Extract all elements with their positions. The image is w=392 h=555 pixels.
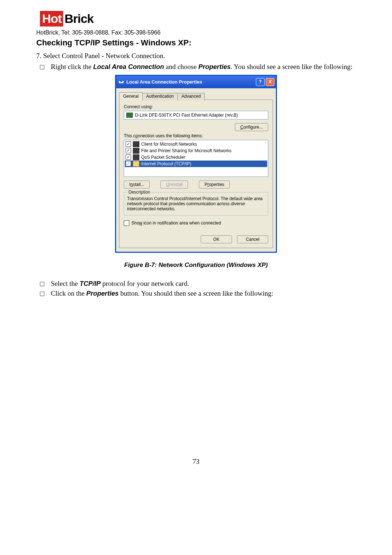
adapter-field[interactable]: D-Link DFE-530TX PCI Fast Ethernet Adapt… [124,111,268,119]
contact-line: HotBrick, Tel: 305-398-0888, Fax: 305-39… [36,29,356,36]
bullet-item-2: Select the TCP/IP protocol for your netw… [51,280,356,288]
checkbox-empty-icon[interactable] [124,220,129,226]
uses-items-label: This connection uses the following items… [124,133,268,138]
cancel-button[interactable]: Cancel [237,235,268,243]
connection-icon [118,79,124,85]
svg-rect-2 [122,81,124,82]
items-listbox[interactable]: ✓ Client for Microsoft Networks ✓ File a… [124,140,268,177]
bullet-square-icon: □ [40,289,51,298]
list-item[interactable]: ✓ QoS Packet Scheduler [125,154,267,161]
step-7: 7. Select Control Panel - Network Connec… [36,51,356,61]
tab-advanced[interactable]: Advanced [177,93,205,101]
tab-panel-general: Connect using: D-Link DFE-530TX PCI Fast… [119,100,273,248]
logo-hot: Hot [40,11,63,27]
tab-general[interactable]: General [119,92,143,100]
configure-button[interactable]: Configure... [235,123,268,131]
svg-rect-1 [119,81,120,82]
item-label: QoS Packet Scheduler [141,155,185,160]
install-button[interactable]: Install... [124,181,150,189]
protocol-icon [133,161,139,167]
show-icon-row[interactable]: Show icon in notification area when conn… [124,220,268,226]
nic-icon [126,113,133,118]
svg-rect-0 [119,82,123,83]
logo-brick: Brick [63,11,95,27]
help-button[interactable]: ? [256,78,265,86]
page-number: 73 [36,458,356,466]
figure-caption: Figure B-7: Network Configuration (Windo… [36,262,356,269]
item-label: File and Printer Sharing for Microsoft N… [141,148,232,153]
checkbox-icon[interactable]: ✓ [126,148,131,153]
ok-button[interactable]: OK [201,235,232,243]
checkbox-icon[interactable]: ✓ [126,141,131,147]
item-label: Client for Microsoft Networks [141,142,197,147]
logo: HotBrick [40,11,356,27]
list-item[interactable]: ✓ Client for Microsoft Networks [125,141,267,147]
checkbox-icon[interactable]: ✓ [126,154,131,160]
description-legend: Description [127,190,152,195]
dialog-window: Local Area Connection Properties ? X Gen… [115,75,277,253]
close-button[interactable]: X [266,78,274,86]
bullet-square-icon: □ [40,280,51,288]
checkbox-icon[interactable]: ✓ [126,161,131,166]
service-icon [133,154,139,160]
item-label: Internet Protocol (TCP/IP) [141,161,191,166]
connect-using-label: Connect using: [124,104,268,109]
description-group: Description Transmission Control Protoco… [124,192,268,215]
properties-button[interactable]: Properties [199,181,230,189]
client-icon [133,141,139,147]
bullet-item-1: Right click the Local Area Connection an… [51,63,356,71]
tab-authentication[interactable]: Authentication [142,93,178,101]
dialog-title: Local Area Connection Properties [126,79,255,85]
list-item[interactable]: ✓ File and Printer Sharing for Microsoft… [125,147,267,154]
section-heading: Checking TCP/IP Settings - Windows XP: [36,38,356,48]
tabs: General Authentication Advanced [116,88,276,100]
bullet-item-3: Click on the Properties button. You shou… [51,289,356,297]
adapter-name: D-Link DFE-530TX PCI Fast Ethernet Adapt… [135,113,238,118]
list-item-selected[interactable]: ✓ Internet Protocol (TCP/IP) [125,161,267,167]
show-icon-label: Show icon in notification area when conn… [131,220,221,226]
bullet-square-icon: □ [40,63,51,71]
description-text: Transmission Control Protocol/Internet P… [127,196,265,211]
service-icon [133,148,139,154]
titlebar: Local Area Connection Properties ? X [116,76,276,88]
uninstall-button[interactable]: Uninstall [160,181,188,189]
